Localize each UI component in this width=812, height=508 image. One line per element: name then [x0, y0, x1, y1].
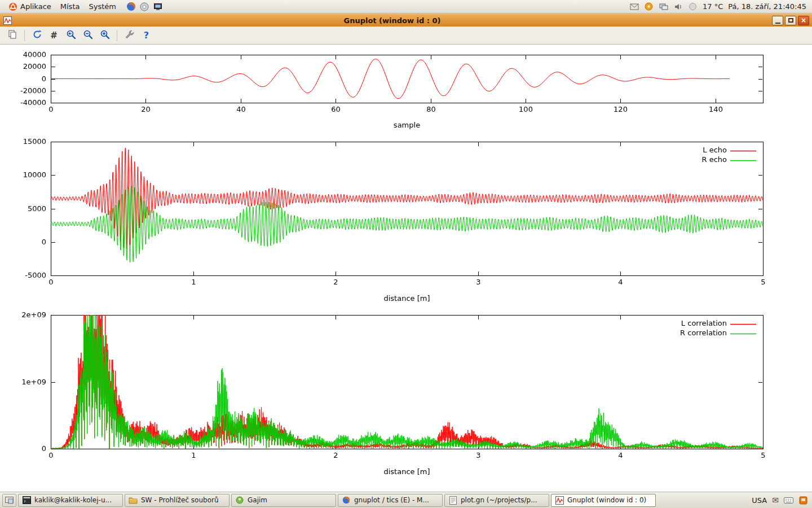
- toolbar-separator: [24, 30, 25, 41]
- help-launcher-icon[interactable]: [140, 2, 149, 11]
- taskbar-tray: USA ✉: [752, 496, 810, 505]
- taskbar-button-editor[interactable]: plot.gn (~/projects/p...: [444, 494, 549, 507]
- taskbar: kaklik@kaklik-kolej-u... SW - Prohlížeč …: [0, 492, 812, 508]
- copy-button[interactable]: [5, 28, 20, 42]
- minimize-button[interactable]: [772, 16, 783, 25]
- text-editor-icon: [448, 496, 457, 505]
- show-desktop-icon: [5, 497, 14, 504]
- taskbar-button-label: Gnuplot (window id : 0): [567, 496, 646, 504]
- correlation-chart-canvas[interactable]: [0, 307, 812, 481]
- close-icon: ×: [801, 17, 806, 24]
- taskbar-button-terminal[interactable]: kaklik@kaklik-kolej-u...: [18, 494, 123, 507]
- taskbar-button-gnuplot[interactable]: Gnuplot (window id : 0): [551, 494, 656, 507]
- wrench-icon: [125, 29, 135, 42]
- taskbar-button-label: plot.gn (~/projects/p...: [461, 496, 537, 504]
- help-button[interactable]: ?: [139, 28, 154, 42]
- clock[interactable]: Pá, 18. září, 21:40:45: [728, 2, 806, 11]
- gnuplot-icon: [555, 496, 564, 505]
- firefox-icon: [342, 496, 351, 505]
- file-manager-icon: [129, 496, 138, 505]
- zoom-previous-icon: [66, 29, 76, 42]
- window-title: Gnuplot (window id : 0): [12, 16, 772, 25]
- menu-places-label: Místa: [60, 2, 80, 11]
- display-settings-icon[interactable]: [659, 2, 668, 11]
- top-panel: Aplikace Místa Systém: [0, 0, 812, 14]
- maximize-button[interactable]: [785, 16, 796, 25]
- zoom-in-icon: [100, 29, 110, 42]
- gajim-icon: [235, 496, 244, 505]
- keyboard-layout-indicator[interactable]: USA: [752, 496, 767, 505]
- screenshot-launcher-icon[interactable]: [153, 2, 163, 11]
- update-notifier-icon[interactable]: [644, 2, 654, 11]
- taskbar-button-label: Gajim: [248, 496, 267, 504]
- zoom-out-button[interactable]: [80, 28, 95, 42]
- close-button[interactable]: ×: [798, 16, 809, 25]
- minimize-icon: [775, 23, 780, 24]
- taskbar-button-label: SW - Prohlížeč souborů: [141, 496, 219, 504]
- taskbar-button-label: kaklik@kaklik-kolej-u...: [34, 496, 112, 504]
- mail-notification-icon[interactable]: [629, 2, 639, 11]
- menu-applications-label: Aplikace: [20, 2, 51, 11]
- volume-icon[interactable]: [673, 2, 683, 11]
- grid-button[interactable]: #: [46, 28, 61, 42]
- maximize-icon: [788, 18, 793, 23]
- menu-system-label: Systém: [89, 2, 116, 11]
- taskbar-button-gajim[interactable]: Gajim: [231, 494, 336, 507]
- taskbar-button-file-manager[interactable]: SW - Prohlížeč souborů: [125, 494, 230, 507]
- window-controls: ×: [772, 16, 809, 25]
- copy-icon: [7, 29, 17, 42]
- replot-button[interactable]: [29, 28, 45, 42]
- menu-system[interactable]: Systém: [84, 1, 120, 12]
- notification-tray-icon[interactable]: [798, 496, 808, 505]
- panel-launchers: [126, 2, 163, 11]
- panel-tray: 17 °C Pá, 18. září, 21:40:45: [629, 2, 809, 11]
- grid-icon: #: [50, 30, 58, 41]
- window-icon: [3, 16, 12, 25]
- mail-tray-icon[interactable]: ✉: [772, 496, 779, 505]
- terminal-icon: [22, 496, 31, 505]
- zoom-in-button[interactable]: [97, 28, 112, 42]
- taskbar-button-firefox[interactable]: gnuplot / tics (E) - M...: [338, 494, 443, 507]
- keyboard-tray-icon[interactable]: [784, 496, 793, 505]
- temperature-indicator[interactable]: 17 °C: [703, 2, 723, 11]
- toolbar-separator: [117, 30, 117, 41]
- show-desktop-button[interactable]: [2, 494, 16, 507]
- settings-button[interactable]: [122, 28, 137, 42]
- ubuntu-logo-icon: [8, 2, 17, 11]
- firefox-launcher-icon[interactable]: [126, 2, 136, 11]
- taskbar-button-label: gnuplot / tics (E) - M...: [354, 496, 429, 504]
- menu-places[interactable]: Místa: [56, 1, 85, 12]
- desktop: Aplikace Místa Systém: [0, 0, 812, 508]
- zoom-out-icon: [83, 29, 93, 42]
- replot-icon: [32, 29, 42, 42]
- zoom-previous-button[interactable]: [63, 28, 78, 42]
- plot-area: [0, 45, 812, 492]
- window-titlebar[interactable]: Gnuplot (window id : 0) ×: [0, 14, 812, 27]
- menu-applications[interactable]: Aplikace: [3, 1, 56, 12]
- echo-chart-canvas[interactable]: [0, 134, 812, 307]
- pulse-chart-canvas[interactable]: [0, 45, 812, 134]
- help-icon: ?: [144, 30, 149, 41]
- weather-icon[interactable]: [688, 2, 698, 11]
- window-toolbar: # ?: [0, 27, 812, 45]
